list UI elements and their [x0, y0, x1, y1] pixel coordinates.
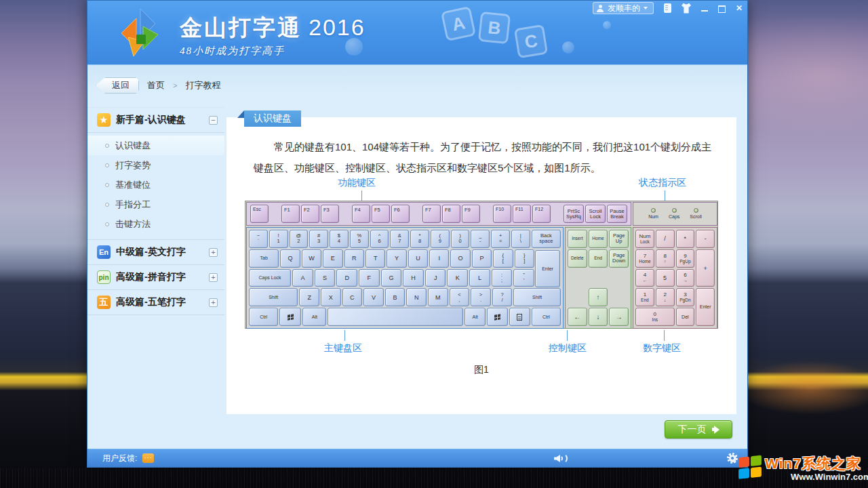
key-v: V [363, 288, 384, 306]
pointer-line-main [344, 330, 345, 341]
expand-toggle[interactable]: + [209, 248, 218, 257]
key-ctrl: Ctrl [249, 308, 278, 326]
key-h: H [403, 269, 424, 287]
key-}: }] [515, 249, 534, 268]
key-7: 7Home [635, 249, 654, 268]
zone-label-function: 功能键区 [338, 177, 376, 189]
back-button[interactable]: 返回 [96, 77, 139, 94]
skin-icon[interactable] [682, 3, 691, 14]
sidebar-section: 五高级篇-五笔打字+ [87, 290, 224, 315]
key-f9: F9 [462, 205, 480, 223]
key-k: K [447, 269, 468, 287]
key-row: ~`!1@2#3$4%5^6&7*8(9)0_-+=|\Backspace [248, 229, 561, 249]
feedback-icon[interactable]: ··· [142, 453, 154, 463]
next-page-button[interactable]: 下一页 [665, 420, 732, 439]
key-shift: Shift [249, 288, 298, 306]
key-2: 2↓ [656, 288, 675, 306]
key-f1: F1 [281, 205, 300, 223]
key-f3: F3 [321, 205, 339, 223]
key-f11: F11 [513, 205, 531, 223]
key-f12: F12 [532, 205, 551, 223]
sidebar-section-header-2[interactable]: pin高级篇-拼音打字+ [87, 266, 224, 288]
key-f7: F7 [422, 205, 441, 223]
key-enter: Enter [696, 288, 715, 326]
key-6: 6→ [676, 269, 695, 287]
key-f2: F2 [301, 205, 319, 223]
wubi-icon: 五 [97, 296, 111, 309]
key-q: Q [280, 249, 300, 268]
app-window: ABC 金山打字通 2016 48小时成为打字高手 [87, 0, 748, 468]
next-page-label: 下一页 [678, 424, 707, 436]
sidebar-item[interactable]: 认识键盘 [87, 136, 224, 155]
content-badge: 认识键盘 [244, 110, 301, 127]
sidebar-item[interactable]: 打字姿势 [87, 155, 224, 175]
key-row: ShiftZXCVBNM<,>.?/Shift [248, 287, 561, 307]
sidebar-item[interactable]: 手指分工 [87, 195, 224, 214]
key-4: 4← [635, 269, 654, 287]
key-u: U [408, 249, 428, 268]
breadcrumb-home[interactable]: 首页 [147, 79, 165, 92]
status-led-num: Num [648, 208, 658, 219]
key-o: O [450, 249, 470, 268]
breadcrumb-current: 打字教程 [185, 79, 220, 92]
section-label: 中级篇-英文打字 [116, 246, 209, 258]
restore-button[interactable] [718, 3, 725, 14]
key-@: @2 [290, 230, 309, 248]
key-alt: Alt [465, 308, 486, 326]
sidebar-section-header-1[interactable]: En中级篇-英文打字+ [87, 241, 224, 263]
sidebar-item[interactable]: 基准键位 [87, 175, 224, 195]
key-insert: Insert [568, 230, 587, 248]
key-0: 0Ins [635, 308, 675, 326]
sidebar-section: pin高级篇-拼音打字+ [87, 265, 224, 290]
keyboard-figure: EscF1F2F3F4F5F6F7F8F9F10F11F12PrtScSysRq… [245, 201, 718, 329]
sidebar-section-header-0[interactable]: ★新手篇-认识键盘− [87, 109, 224, 131]
sidebar: ★新手篇-认识键盘−认识键盘打字姿势基准键位手指分工击键方法En中级篇-英文打字… [87, 107, 224, 315]
deco-bubble [603, 21, 611, 29]
desktop: ABC 金山打字通 2016 48小时成为打字高手 [0, 0, 868, 488]
key-a: A [292, 269, 313, 287]
key-j: J [425, 269, 446, 287]
figure-caption: 图1 [226, 364, 736, 376]
sidebar-section-header-3[interactable]: 五高级篇-五笔打字+ [87, 291, 224, 313]
speaker-icon[interactable] [554, 453, 569, 464]
key-delete: Delete [568, 249, 587, 268]
key-del: Del [676, 308, 695, 326]
key-num: NumLock [635, 230, 654, 248]
key-z: Z [299, 288, 319, 306]
key-*: * [676, 230, 695, 248]
minimize-button[interactable] [701, 3, 708, 14]
key-f8: F8 [442, 205, 460, 223]
collapse-toggle[interactable]: − [209, 116, 218, 125]
key-page: PageDown [609, 249, 629, 268]
key-{: {[ [493, 249, 513, 268]
bullet-icon [105, 203, 109, 207]
key-f4: F4 [352, 205, 370, 223]
key-b: B [385, 288, 406, 306]
sidebar-item[interactable]: 击键方法 [87, 214, 224, 234]
notes-icon[interactable] [664, 3, 671, 13]
app-logo-icon [116, 7, 165, 60]
key-enter: Enter [535, 250, 560, 287]
key-?: ?/ [492, 288, 513, 306]
app-title-group: 金山打字通 2016 48小时成为打字高手 [180, 13, 366, 58]
status-led-caps: Caps [669, 208, 679, 219]
close-button[interactable]: ✕ [735, 3, 743, 14]
en-icon: En [97, 245, 111, 259]
expand-toggle[interactable]: + [209, 298, 218, 307]
key-arrow-left: ← [568, 308, 587, 326]
key-caps-lock: Caps Lock [249, 269, 291, 287]
key-3: 3PgDn [676, 288, 695, 306]
key-8: 8↑ [656, 249, 675, 268]
key-": "' [513, 269, 534, 287]
key-back: Backspace [532, 230, 561, 248]
expand-toggle[interactable]: + [209, 273, 218, 282]
key-prtsc: PrtScSysRq [564, 205, 584, 223]
zone-label-status: 状态指示区 [639, 177, 686, 189]
key-arrow-down: ↓ [589, 308, 608, 326]
star-icon: ★ [97, 113, 111, 127]
section-items: 认识键盘打字姿势基准键位手指分工击键方法 [87, 132, 224, 238]
status-indicator-zone: NumCapsScroll [633, 202, 717, 226]
gear-icon[interactable] [727, 453, 738, 464]
key-f6: F6 [391, 205, 410, 223]
user-menu[interactable]: 发顺丰的 [593, 2, 654, 14]
